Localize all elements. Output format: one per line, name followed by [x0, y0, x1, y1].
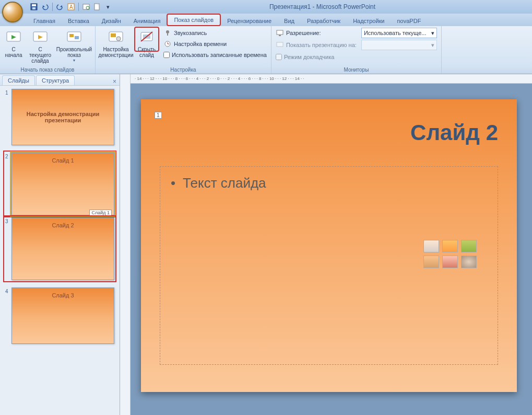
qat-btn-preview[interactable] — [81, 2, 91, 11]
from-beginning-icon — [5, 29, 22, 45]
chart-icon[interactable] — [442, 240, 458, 252]
tab-slideshow[interactable]: Показ слайдов — [167, 14, 221, 26]
svg-rect-24 — [277, 30, 283, 34]
qat-dropdown-icon[interactable]: ▾ — [103, 2, 113, 11]
quick-access-toolbar: A ▾ — [29, 2, 113, 11]
hide-slide-button[interactable]: Скрытьслайд — [135, 28, 158, 59]
tab-novapdf[interactable]: novaPDF — [391, 16, 428, 26]
horizontal-ruler: · 14 · · · 12 · · · 10 · · · 8 · · · 6 ·… — [131, 74, 532, 84]
show-on-row: Показать презентацию на: ▾ — [274, 40, 439, 50]
from-current-button[interactable]: С текущегослайда — [26, 28, 54, 65]
lbl: С текущего — [29, 47, 51, 58]
editor-area: · 14 · · · 12 · · · 10 · · · 8 · · · 6 ·… — [120, 74, 532, 415]
lbl: Настройка времени — [174, 41, 227, 47]
tab-view[interactable]: Вид — [278, 16, 301, 26]
thumb-title: Слайд 3 — [52, 292, 74, 298]
resolution-row: Разрешение: Использовать текуще...▾ — [274, 28, 439, 38]
tab-design[interactable]: Дизайн — [96, 16, 127, 26]
redo-icon[interactable] — [55, 2, 65, 11]
tab-insert[interactable]: Вставка — [62, 16, 96, 26]
lbl: слайд — [139, 52, 154, 58]
group-label: Мониторы — [274, 66, 439, 74]
use-timings-checkbox[interactable]: Использовать записанные времена — [161, 50, 269, 60]
monitor-icon — [276, 41, 284, 49]
thumb-row[interactable]: 4 Слайд 3 — [5, 287, 114, 344]
val: Использовать текуще... — [364, 30, 427, 36]
thumb-row[interactable]: 2 Слайд 1 Слайд 1 — [5, 153, 114, 215]
office-button[interactable] — [2, 2, 23, 22]
picture-icon[interactable] — [423, 256, 439, 268]
group-setup: Настройкадемонстрации Скрытьслайд Звукоз… — [96, 26, 271, 74]
thumb[interactable]: Слайд 3 — [11, 287, 114, 344]
group-label: Настройка — [98, 66, 269, 74]
canvas[interactable]: 1 Слайд 2 Текст слайда — [131, 84, 532, 415]
ribbon: Сначала С текущегослайда Произвольныйпок… — [0, 26, 532, 74]
resolution-select[interactable]: Использовать текуще...▾ — [361, 28, 437, 38]
tab-review[interactable]: Рецензирование — [221, 16, 278, 26]
clock-icon — [163, 40, 172, 48]
record-narration-button[interactable]: Звукозапись — [161, 28, 269, 38]
svg-rect-25 — [279, 35, 281, 36]
svg-point-17 — [116, 37, 121, 41]
svg-rect-1 — [32, 4, 36, 6]
table-icon[interactable] — [423, 240, 439, 252]
tab-slides[interactable]: Слайды — [2, 75, 35, 85]
svg-rect-14 — [75, 36, 79, 39]
qat-btn-a[interactable]: A — [66, 2, 76, 11]
lbl: С — [11, 47, 15, 52]
show-on-select[interactable]: ▾ — [361, 40, 437, 50]
thumb[interactable]: Слайд 2 — [11, 217, 114, 280]
undo-icon[interactable] — [40, 2, 50, 11]
checkbox[interactable] — [163, 52, 170, 58]
titlebar: A ▾ Презентация1 - Microsoft PowerPoint — [0, 0, 532, 14]
tab-developer[interactable]: Разработчик — [301, 16, 347, 26]
thumb[interactable]: Настройка демонстрации презентации — [11, 89, 114, 145]
rehearse-timings-button[interactable]: Настройка времени — [161, 39, 269, 49]
bullet-text[interactable]: Текст слайда — [171, 175, 487, 191]
svg-rect-2 — [32, 7, 36, 9]
from-beginning-button[interactable]: Сначала — [2, 28, 25, 59]
tab-animation[interactable]: Анимация — [127, 16, 167, 26]
tab-home[interactable]: Главная — [27, 16, 62, 26]
svg-rect-12 — [67, 32, 81, 41]
save-icon[interactable] — [29, 2, 39, 11]
lbl: Использовать записанные времена — [172, 52, 267, 58]
thumbnails-list: 1 Настройка демонстрации презентации 2 С… — [0, 86, 120, 415]
qat-btn-new[interactable] — [92, 2, 102, 11]
lbl: Разрешение: — [286, 30, 359, 36]
content-placeholder[interactable]: Текст слайда — [160, 166, 498, 365]
lbl: слайда — [31, 58, 49, 64]
custom-show-button[interactable]: Произвольныйпоказ — [55, 28, 93, 64]
svg-rect-16 — [111, 33, 116, 37]
thumb-row[interactable]: 1 Настройка демонстрации презентации — [5, 89, 114, 145]
txt: Текст слайда — [183, 175, 266, 191]
lbl: Скрыть — [138, 47, 156, 52]
svg-rect-13 — [69, 34, 74, 37]
hide-slide-icon — [138, 29, 155, 45]
svg-text:A: A — [69, 4, 73, 10]
media-icon[interactable] — [461, 256, 477, 268]
slide-title[interactable]: Слайд 2 — [160, 120, 498, 145]
panel-tabs: Слайды Структура × — [0, 74, 120, 86]
smartart-icon[interactable] — [461, 240, 477, 252]
thumb-row[interactable]: 3 Слайд 2 — [5, 217, 114, 280]
tab-outline[interactable]: Структура — [36, 75, 75, 85]
lbl: Произвольный — [56, 47, 92, 52]
group-start-slideshow: Сначала С текущегослайда Произвольныйпок… — [0, 26, 96, 74]
tab-addins[interactable]: Надстройки — [347, 16, 391, 26]
close-panel-icon[interactable]: × — [113, 78, 116, 85]
group-label: Начать показ слайдов — [2, 66, 93, 74]
setup-show-button[interactable]: Настройкадемонстрации — [98, 28, 134, 59]
clipart-icon[interactable] — [442, 256, 458, 268]
thumb[interactable]: Слайд 1 Слайд 1 — [11, 153, 114, 215]
slide[interactable]: 1 Слайд 2 Текст слайда — [141, 99, 517, 392]
ribbon-tabs: Главная Вставка Дизайн Анимация Показ сл… — [0, 14, 532, 26]
window-title: Презентация1 - Microsoft PowerPoint — [113, 3, 532, 10]
placeholder-icons[interactable] — [423, 240, 477, 268]
presenter-view-checkbox[interactable]: Режим докладчика — [274, 52, 439, 62]
thumb-title: Слайд 1 — [52, 157, 74, 164]
svg-rect-22 — [167, 33, 168, 36]
checkbox[interactable] — [276, 54, 282, 60]
monitor-icon — [276, 29, 284, 37]
workspace: Слайды Структура × 1 Настройка демонстра… — [0, 74, 532, 415]
